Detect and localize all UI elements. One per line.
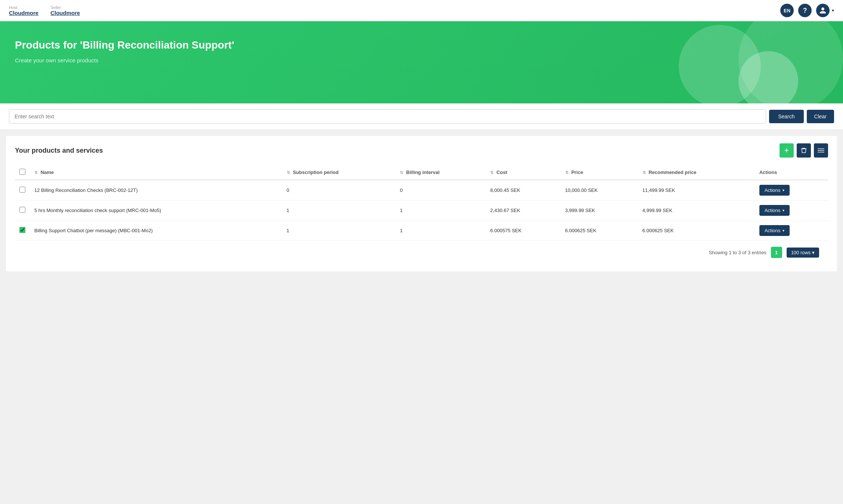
table-header: ⇅ Name ⇅ Subscription period ⇅ Billing i…	[15, 165, 828, 180]
row-billing-interval-2: 1	[395, 221, 486, 241]
menu-icon	[818, 147, 824, 154]
row-price-0: 10,000.00 SEK	[561, 180, 638, 200]
row-price-1: 3,999.99 SEK	[561, 200, 638, 221]
products-section: Your products and services +	[6, 136, 837, 271]
host-info: Host Cloudmore	[9, 5, 38, 16]
header: Host Cloudmore Seller Cloudmore EN ? ▾	[0, 0, 843, 21]
menu-button[interactable]	[814, 143, 828, 158]
search-button[interactable]: Search	[769, 110, 803, 123]
banner-title: Products for 'Billing Reconciliation Sup…	[15, 39, 828, 51]
row-name-2: Billing Support Chatbot (per message) (M…	[30, 221, 282, 241]
products-title: Your products and services	[15, 147, 103, 155]
row-name-0: 12 Billing Reconciliation Checks (BRC-00…	[30, 180, 282, 200]
row-checkbox-cell	[15, 200, 30, 221]
page-1-button[interactable]: 1	[771, 247, 782, 258]
trash-icon	[800, 147, 807, 154]
col-billing-interval[interactable]: ⇅ Billing interval	[395, 165, 486, 180]
main-content: Your products and services +	[0, 136, 843, 271]
seller-info: Seller Cloudmore	[50, 5, 80, 16]
actions-caret-0: ▾	[783, 188, 784, 192]
clear-button[interactable]: Clear	[807, 110, 834, 123]
host-label: Host	[9, 5, 38, 10]
header-left: Host Cloudmore Seller Cloudmore	[9, 5, 80, 16]
cost-sort-icon: ⇅	[490, 170, 494, 175]
host-value[interactable]: Cloudmore	[9, 10, 38, 16]
products-table-container: ⇅ Name ⇅ Subscription period ⇅ Billing i…	[15, 165, 828, 241]
row-subscription-period-0: 0	[282, 180, 396, 200]
row-recommended-price-0: 11,499.99 SEK	[638, 180, 755, 200]
row-actions-cell-1: Actions ▾	[755, 200, 828, 221]
row-price-2: 6.000625 SEK	[561, 221, 638, 241]
user-icon	[819, 7, 827, 14]
row-recommended-price-1: 4,999.99 SEK	[638, 200, 755, 221]
delete-product-button[interactable]	[797, 143, 811, 158]
row-checkbox-2[interactable]	[19, 227, 25, 233]
search-input[interactable]	[9, 109, 766, 124]
select-all-checkbox[interactable]	[19, 169, 25, 175]
svg-rect-2	[818, 152, 824, 153]
row-checkbox-0[interactable]	[19, 187, 25, 193]
row-checkbox-cell	[15, 221, 30, 241]
row-cost-1: 2,430.67 SEK	[486, 200, 560, 221]
products-table: ⇅ Name ⇅ Subscription period ⇅ Billing i…	[15, 165, 828, 241]
user-menu[interactable]: ▾	[816, 4, 834, 17]
actions-caret-2: ▾	[783, 228, 784, 233]
actions-caret-1: ▾	[783, 208, 784, 212]
billing-sort-icon: ⇅	[400, 170, 403, 175]
search-bar: Search Clear	[0, 103, 843, 130]
products-action-buttons: +	[780, 143, 828, 158]
row-cost-2: 6.000575 SEK	[486, 221, 560, 241]
table-row: 5 hrs Monthly reconciliation check suppo…	[15, 200, 828, 221]
row-billing-interval-1: 1	[395, 200, 486, 221]
actions-button-0[interactable]: Actions ▾	[759, 185, 790, 196]
seller-label: Seller	[50, 5, 80, 10]
svg-rect-0	[818, 149, 824, 149]
row-checkbox-cell	[15, 180, 30, 200]
table-row: Billing Support Chatbot (per message) (M…	[15, 221, 828, 241]
recommended-sort-icon: ⇅	[643, 170, 646, 175]
user-avatar	[816, 4, 830, 17]
name-sort-icon: ⇅	[34, 170, 38, 175]
table-body: 12 Billing Reconciliation Checks (BRC-00…	[15, 180, 828, 241]
user-chevron-icon: ▾	[832, 8, 834, 13]
select-all-cell	[15, 165, 30, 180]
language-button[interactable]: EN	[780, 4, 794, 17]
row-billing-interval-0: 0	[395, 180, 486, 200]
row-name-1: 5 hrs Monthly reconciliation check suppo…	[30, 200, 282, 221]
table-row: 12 Billing Reconciliation Checks (BRC-00…	[15, 180, 828, 200]
row-cost-0: 8,000.45 SEK	[486, 180, 560, 200]
svg-rect-1	[818, 150, 824, 151]
price-sort-icon: ⇅	[565, 170, 569, 175]
col-name[interactable]: ⇅ Name	[30, 165, 282, 180]
col-subscription-period[interactable]: ⇅ Subscription period	[282, 165, 396, 180]
header-right: EN ? ▾	[780, 4, 834, 17]
row-checkbox-1[interactable]	[19, 207, 25, 213]
showing-entries-text: Showing 1 to 3 of 3 entries	[709, 250, 766, 255]
banner: Products for 'Billing Reconciliation Sup…	[0, 21, 843, 103]
row-subscription-period-2: 1	[282, 221, 396, 241]
row-recommended-price-2: 6.000625 SEK	[638, 221, 755, 241]
actions-button-1[interactable]: Actions ▾	[759, 205, 790, 216]
col-cost[interactable]: ⇅ Cost	[486, 165, 560, 180]
col-price[interactable]: ⇅ Price	[561, 165, 638, 180]
row-actions-cell-0: Actions ▾	[755, 180, 828, 200]
seller-value[interactable]: Cloudmore	[50, 10, 80, 16]
col-actions: Actions	[755, 165, 828, 180]
banner-subtitle: Create your own service products	[15, 57, 828, 63]
table-footer: Showing 1 to 3 of 3 entries 1 100 rows ▾	[15, 241, 828, 264]
add-product-button[interactable]: +	[780, 143, 794, 158]
actions-button-2[interactable]: Actions ▾	[759, 225, 790, 236]
products-header: Your products and services +	[15, 143, 828, 158]
col-recommended-price[interactable]: ⇅ Recommended price	[638, 165, 755, 180]
row-subscription-period-1: 1	[282, 200, 396, 221]
row-actions-cell-2: Actions ▾	[755, 221, 828, 241]
help-button[interactable]: ?	[798, 4, 812, 17]
rows-per-page-select[interactable]: 100 rows ▾	[787, 248, 819, 258]
subscription-sort-icon: ⇅	[287, 170, 290, 175]
